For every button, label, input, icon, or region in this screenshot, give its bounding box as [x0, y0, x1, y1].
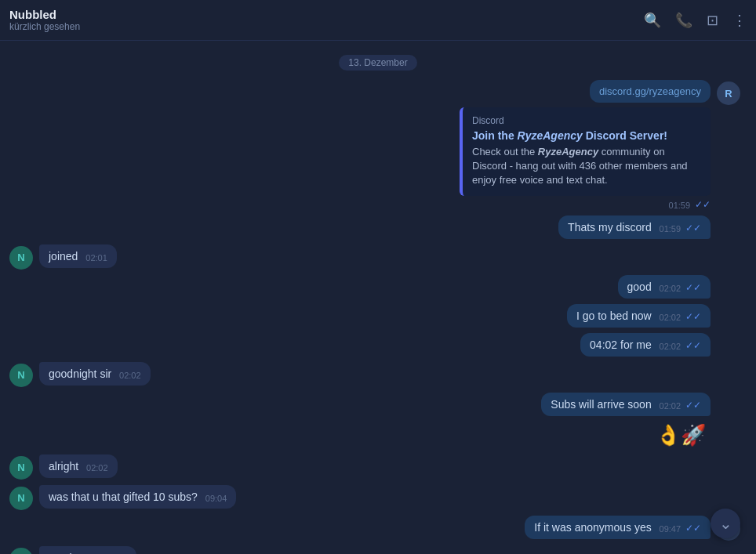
- read-receipt-icon: ✓✓: [685, 340, 701, 351]
- message-text: alright: [49, 460, 78, 473]
- message-bubble: was that u that gifted 10 subs? 09:04: [39, 485, 236, 509]
- card-body: Check out the RyzeAgency community on Di…: [472, 145, 701, 188]
- message-time: 01:59: [660, 224, 681, 234]
- avatar: R: [717, 81, 740, 105]
- message-bubble: joined 02:01: [39, 244, 117, 268]
- card-title: Join the RyzeAgency Discord Server!: [472, 129, 701, 142]
- date-separator: 13. Dezember: [0, 55, 756, 71]
- scroll-down-button[interactable]: ⌄: [711, 509, 740, 538]
- message-time: 02:01: [85, 253, 107, 263]
- message-bubble: Thats my discord 01:59 ✓✓: [558, 215, 711, 239]
- message-text: joined: [49, 250, 78, 263]
- message-time: 09:04: [205, 494, 227, 503]
- table-row: Thats my discord 01:59 ✓✓: [0, 214, 756, 241]
- message-time: 02:02: [660, 342, 681, 351]
- read-receipt-icon: ✓✓: [685, 223, 701, 234]
- avatar: N: [9, 456, 33, 480]
- chevron-down-icon: ⌄: [719, 514, 732, 533]
- message-text: good: [627, 281, 652, 293]
- table-row: 👌🚀: [0, 420, 756, 451]
- message-time: 02:02: [660, 401, 681, 411]
- message-text: I go to bed now: [576, 310, 652, 322]
- table-row: N joined 02:01: [0, 243, 756, 271]
- table-row: R If it was anonymous yes 09:47 ✓✓: [0, 514, 756, 542]
- more-icon[interactable]: ⋮: [732, 12, 747, 29]
- message-bubble: alright 02:02: [39, 454, 118, 478]
- message-text: If it was anonymous yes: [534, 521, 651, 534]
- header-actions: 🔍 📞 ⊡ ⋮: [644, 12, 747, 29]
- table-row: Subs will arrive soon 02:02 ✓✓: [0, 391, 756, 418]
- avatar: N: [9, 548, 33, 554]
- message-bubble: If it was anonymous yes 09:47 ✓✓: [525, 516, 711, 539]
- message-time: 09:47: [660, 524, 681, 534]
- table-row: 04:02 for me 02:02 ✓✓: [0, 331, 756, 358]
- discord-card: Discord Join the RyzeAgency Discord Serv…: [460, 107, 711, 196]
- message-time: 02:02: [660, 284, 681, 293]
- table-row: N goodnight sir 02:02: [0, 360, 756, 389]
- contact-name: Nubbled: [9, 8, 80, 21]
- message-emoji: 👌🚀: [651, 422, 711, 449]
- message-time: 01:59: [669, 201, 691, 210]
- message-text: 04:02 for me: [590, 339, 652, 351]
- contact-status: kürzlich gesehen: [9, 21, 80, 32]
- message-text: Thats my discord: [568, 221, 652, 234]
- read-receipt-icon: ✓✓: [685, 400, 701, 411]
- message-time: 02:02: [660, 313, 681, 322]
- table-row: N alright 02:02: [0, 453, 756, 481]
- message-bubble: goodnight sir 02:02: [39, 362, 151, 386]
- message-bubble: 04:02 for me 02:02 ✓✓: [580, 333, 711, 357]
- message-bubble: Subs will arrive soon 02:02 ✓✓: [541, 393, 711, 416]
- avatar: N: [9, 487, 33, 510]
- read-receipt-icon: ✓✓: [685, 311, 701, 322]
- chat-header: Nubbled kürzlich gesehen 🔍 📞 ⊡ ⋮: [0, 0, 756, 41]
- table-row: N was that u that gifted 10 subs? 09:04: [0, 483, 756, 512]
- read-receipt-icon: ✓✓: [695, 199, 711, 210]
- avatar: N: [9, 364, 33, 387]
- table-row: N yea it was 09:48: [0, 545, 756, 554]
- message-bubble: I go to bed now 02:02 ✓✓: [567, 304, 711, 328]
- avatar: N: [9, 246, 33, 270]
- date-badge: 13. Dezember: [339, 55, 416, 71]
- message-text: was that u that gifted 10 subs?: [49, 491, 198, 503]
- header-contact-info: Nubbled kürzlich gesehen: [9, 8, 80, 32]
- read-receipt-icon: ✓✓: [685, 282, 701, 293]
- table-row: good 02:02 ✓✓: [0, 273, 756, 300]
- chat-messages: 13. Dezember R discord.gg/ryzeagency Dis…: [0, 41, 756, 554]
- search-icon[interactable]: 🔍: [644, 12, 661, 29]
- table-row: I go to bed now 02:02 ✓✓: [0, 302, 756, 329]
- message-bubble: yea it was 09:48: [39, 546, 136, 554]
- message-text: Subs will arrive soon: [551, 398, 651, 411]
- table-row: R discord.gg/ryzeagency Discord Join the…: [0, 78, 756, 212]
- message-bubble: good 02:02 ✓✓: [618, 275, 711, 299]
- card-source: Discord: [472, 115, 701, 126]
- message-time: 02:02: [119, 371, 141, 380]
- message-text: goodnight sir: [49, 368, 111, 380]
- link-bubble: discord.gg/ryzeagency: [590, 80, 711, 103]
- phone-icon[interactable]: 📞: [675, 12, 692, 29]
- tablet-icon[interactable]: ⊡: [707, 12, 718, 29]
- read-receipt-icon: ✓✓: [685, 523, 701, 534]
- message-text: yea it was: [49, 552, 97, 554]
- message-time: 02:02: [86, 463, 108, 473]
